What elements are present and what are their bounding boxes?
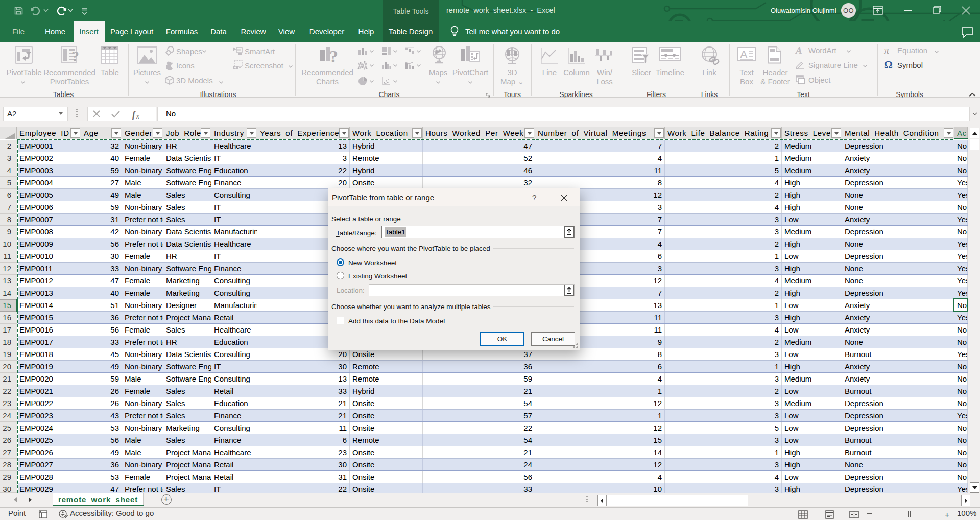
svg-text:?: ?	[329, 47, 338, 66]
svg-text:x: x	[136, 112, 139, 120]
svg-text:f: f	[132, 109, 136, 120]
svg-text:A: A	[795, 45, 802, 56]
svg-text:?: ?	[71, 48, 79, 64]
